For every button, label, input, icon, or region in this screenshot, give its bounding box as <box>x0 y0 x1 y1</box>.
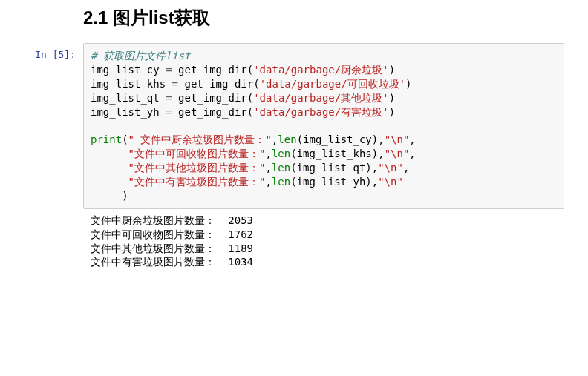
code-line: img_list_khs = get_img_dir('data/garbage… <box>91 77 557 91</box>
code-cell-row: In [5]: # 获取图片文件list img_list_cy = get_i… <box>15 43 573 209</box>
code-line: img_list_yh = get_img_dir('data/garbage/… <box>91 105 557 119</box>
code-input-area[interactable]: # 获取图片文件list img_list_cy = get_img_dir('… <box>83 43 564 209</box>
output-line: 文件中厨余垃圾图片数量： 2053 <box>85 214 573 228</box>
code-line: "文件中有害垃圾图片数量：",len(img_list_yh),"\n" <box>91 175 557 189</box>
output-area: 文件中厨余垃圾图片数量： 2053 文件中可回收物图片数量： 1762 文件中其… <box>83 209 573 270</box>
notebook-container: 2.1 图片list获取 In [5]: # 获取图片文件list img_li… <box>0 0 588 284</box>
code-line: "文件中其他垃圾图片数量：",len(img_list_qt),"\n", <box>91 161 557 175</box>
code-line: print(" 文件中厨余垃圾图片数量：",len(img_list_cy),"… <box>91 133 557 147</box>
code-line: # 获取图片文件list <box>91 49 557 63</box>
section-heading: 2.1 图片list获取 <box>83 6 573 30</box>
code-line: img_list_qt = get_img_dir('data/garbage/… <box>91 91 557 105</box>
output-line: 文件中可回收物图片数量： 1762 <box>85 228 573 242</box>
output-line: 文件中其他垃圾图片数量： 1189 <box>85 242 573 256</box>
code-blank-line <box>91 119 557 133</box>
input-prompt: In [5]: <box>15 43 83 60</box>
code-line: ) <box>91 189 557 203</box>
code-line: img_list_cy = get_img_dir('data/garbage/… <box>91 63 557 77</box>
output-line: 文件中有害垃圾图片数量： 1034 <box>85 255 573 269</box>
code-comment: # 获取图片文件list <box>91 50 191 62</box>
code-line: "文件中可回收物图片数量：",len(img_list_khs),"\n", <box>91 147 557 161</box>
